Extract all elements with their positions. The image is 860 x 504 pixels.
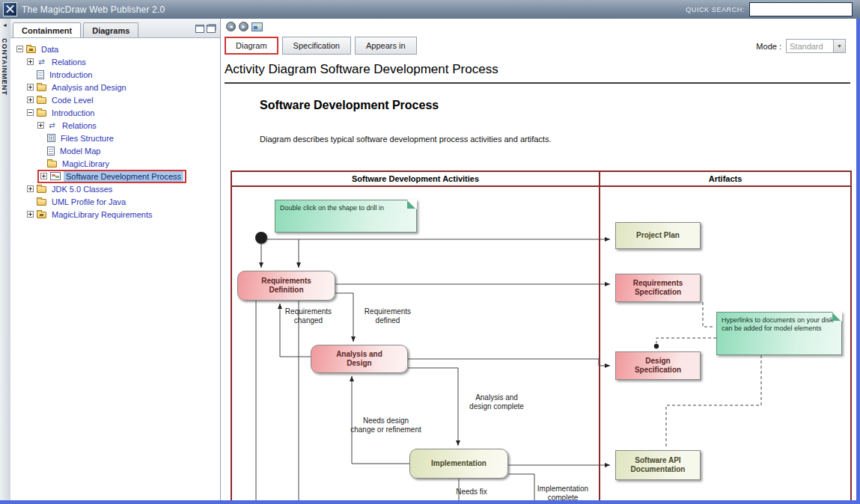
edge-label-implementation-complete: Implementation complete	[530, 485, 596, 500]
expand-toggle-icon[interactable]	[27, 185, 34, 192]
back-button[interactable]: ◄	[226, 22, 236, 31]
note-drill-in[interactable]: Double click on the shape to drill in	[275, 200, 417, 233]
tree-item-jdk-classes[interactable]: JDK 5.0 Classes	[10, 182, 220, 195]
tree-item-analysis-and-design[interactable]: Analysis and Design	[10, 81, 220, 93]
document-icon	[37, 70, 44, 79]
collapse-toggle-icon[interactable]	[27, 109, 34, 116]
edge-label-needs-design-change: Needs design change or refinement	[335, 417, 436, 434]
tab-specification-label: Specification	[293, 41, 340, 50]
sidebar-tabbar: Containment Diagrams	[10, 19, 220, 38]
content-toolbar: ◄ ►	[226, 22, 263, 31]
tab-diagrams[interactable]: Diagrams	[83, 22, 138, 37]
lane-header-artifacts: Artifacts	[600, 172, 850, 187]
expand-toggle-icon[interactable]	[27, 96, 34, 103]
mode-select[interactable]: Standard ▼	[786, 39, 846, 53]
containment-strip-label: CONTAINMENT	[1, 38, 8, 96]
quick-search-label: QUICK SEARCH:	[686, 6, 745, 13]
activity-diagram-canvas[interactable]: Software Development Activities Artifact…	[231, 170, 852, 500]
tree-item-model-map[interactable]: Model Map	[10, 144, 220, 157]
minimize-panel-icon[interactable]	[195, 25, 204, 33]
expand-toggle-icon[interactable]	[27, 211, 34, 218]
package-folder-icon	[26, 46, 36, 53]
expand-toggle-icon[interactable]	[40, 173, 47, 179]
collapse-arrow-icon[interactable]: ◄	[2, 22, 7, 28]
window-border-right	[856, 19, 860, 504]
lane-header-activities: Software Development Activities	[232, 172, 599, 187]
tree-item-introduction-2[interactable]: Introduction	[10, 106, 220, 119]
mode-label: Mode :	[756, 42, 781, 51]
image-tool-icon[interactable]	[251, 22, 263, 31]
tree-item-files-structure[interactable]: Files Structure	[10, 132, 220, 144]
artifact-software-api-documentation[interactable]: Software API Documentation	[615, 450, 701, 480]
document-icon	[47, 147, 55, 156]
folder-icon	[37, 199, 46, 206]
activity-analysis-and-design[interactable]: Analysis and Design	[311, 345, 408, 373]
tab-containment-label: Containment	[22, 26, 72, 35]
edge-label-requirements-defined: Requirements defined	[358, 307, 418, 325]
tab-specification[interactable]: Specification	[282, 37, 351, 55]
edge-label-needs-fix: Needs fix	[448, 488, 495, 497]
tree-item-data[interactable]: Data	[10, 43, 220, 55]
collapse-toggle-icon[interactable]	[16, 46, 23, 52]
chevron-down-icon[interactable]: ▼	[833, 40, 845, 52]
edge-label-requirements-changed: Requirements changed	[277, 307, 340, 325]
diagram-heading: Software Development Process	[260, 99, 439, 112]
package-folder-icon	[37, 212, 46, 218]
grid-icon	[47, 134, 55, 142]
tab-diagrams-label: Diagrams	[92, 26, 129, 35]
folder-icon	[37, 84, 46, 91]
content-area: ◄ ► Diagram Specification Appears in Mod…	[221, 19, 856, 500]
folder-icon	[37, 97, 46, 104]
tree-item-code-level[interactable]: Code Level	[10, 93, 220, 106]
tree-item-magiclibrary[interactable]: MagicLibrary	[10, 157, 220, 170]
folder-icon	[37, 110, 46, 117]
mode-value: Standard	[790, 42, 823, 51]
containment-collapse-strip[interactable]: ◄ CONTAINMENT	[0, 19, 11, 500]
forward-button[interactable]: ►	[239, 22, 248, 31]
activity-diagram-icon	[50, 172, 61, 180]
initial-node[interactable]	[255, 232, 267, 244]
artifact-requirements-specification[interactable]: Requirements Specification	[615, 274, 701, 302]
titlebar: The MagicDraw Web Publisher 2.0 QUICK SE…	[0, 0, 860, 19]
activity-implementation[interactable]: Implementation	[409, 449, 508, 479]
tab-diagram[interactable]: Diagram	[225, 37, 278, 55]
magicdraw-web-publisher-window: The MagicDraw Web Publisher 2.0 QUICK SE…	[0, 0, 860, 504]
tree-item-introduction[interactable]: Introduction	[10, 68, 220, 81]
restore-panel-icon[interactable]	[207, 25, 216, 33]
relations-icon	[37, 58, 46, 67]
tree-item-uml-profile-java[interactable]: UML Profile for Java	[10, 195, 220, 208]
tree-item-magiclibrary-requirements[interactable]: MagicLibrary Requirements	[10, 208, 220, 221]
diagram-description: Diagram describes typical software devel…	[260, 135, 551, 144]
tree-item-software-development-process[interactable]: Software Development Process	[10, 170, 220, 182]
mode-group: Mode : Standard ▼	[756, 39, 846, 53]
artifact-design-specification[interactable]: Design Specification	[615, 351, 701, 380]
note-hyperlinks[interactable]: Hyperlinks to documents on your disk can…	[716, 312, 842, 355]
expand-toggle-icon[interactable]	[27, 84, 34, 90]
tab-diagram-label: Diagram	[236, 41, 267, 50]
folder-icon	[47, 161, 57, 168]
tree-item-relations[interactable]: Relations	[10, 55, 220, 68]
app-title: The MagicDraw Web Publisher 2.0	[22, 4, 165, 15]
relations-icon	[47, 121, 57, 130]
folder-icon	[37, 186, 46, 193]
expand-toggle-icon[interactable]	[37, 122, 44, 129]
tab-appears-in[interactable]: Appears in	[355, 37, 417, 55]
page-title: Activity Diagram Software Development Pr…	[225, 62, 498, 77]
artifact-project-plan[interactable]: Project Plan	[615, 222, 701, 249]
magicdraw-logo-icon	[3, 2, 17, 16]
containment-tree: Data Relations Introduction Analysis and…	[10, 38, 220, 221]
content-tabbar: Diagram Specification Appears in	[225, 37, 421, 55]
title-divider	[225, 82, 850, 84]
edge-label-analysis-design-complete: Analysis and design complete	[461, 393, 532, 411]
panel-window-icons	[195, 25, 220, 37]
quick-search-input[interactable]	[749, 2, 853, 16]
window-border-bottom	[0, 500, 860, 504]
tab-containment[interactable]: Containment	[13, 22, 81, 37]
activity-requirements-definition[interactable]: Requirements Definition	[237, 271, 335, 301]
selected-item-highlight: Software Development Process	[37, 170, 186, 183]
expand-toggle-icon[interactable]	[27, 58, 34, 65]
tab-appears-in-label: Appears in	[366, 41, 406, 50]
containment-panel: Containment Diagrams Data Relations	[10, 19, 221, 500]
tree-item-relations-2[interactable]: Relations	[10, 119, 220, 132]
